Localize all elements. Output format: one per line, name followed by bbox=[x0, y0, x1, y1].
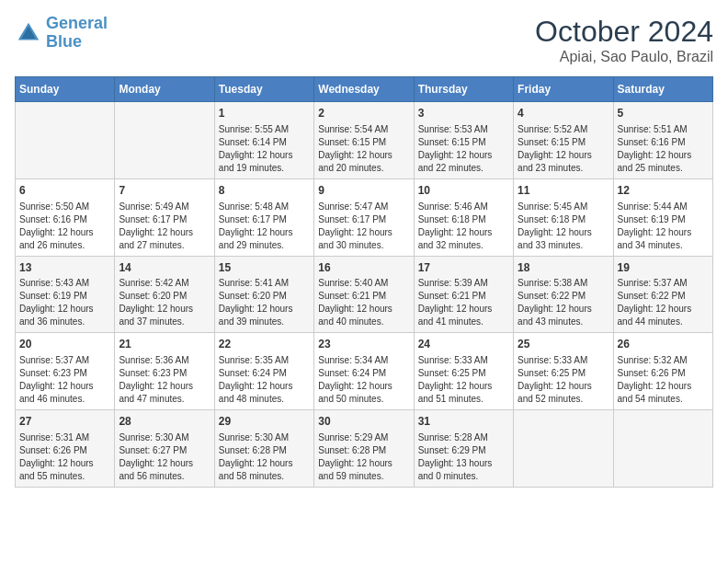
cell-content: Sunrise: 5:34 AMSunset: 6:24 PMDaylight:… bbox=[318, 354, 409, 406]
day-header-friday: Friday bbox=[514, 77, 613, 102]
title-block: October 2024 Apiai, Sao Paulo, Brazil bbox=[535, 15, 713, 65]
calendar-cell: 20Sunrise: 5:37 AMSunset: 6:23 PMDayligh… bbox=[16, 333, 115, 410]
day-header-wednesday: Wednesday bbox=[314, 77, 414, 102]
calendar-cell: 18Sunrise: 5:38 AMSunset: 6:22 PMDayligh… bbox=[514, 256, 613, 333]
calendar-cell: 6Sunrise: 5:50 AMSunset: 6:16 PMDaylight… bbox=[16, 178, 115, 256]
calendar-cell: 28Sunrise: 5:30 AMSunset: 6:27 PMDayligh… bbox=[115, 410, 214, 488]
calendar-table: SundayMondayTuesdayWednesdayThursdayFrid… bbox=[15, 76, 713, 488]
calendar-cell: 15Sunrise: 5:41 AMSunset: 6:20 PMDayligh… bbox=[214, 256, 313, 333]
location-title: Apiai, Sao Paulo, Brazil bbox=[535, 49, 713, 65]
day-number: 29 bbox=[219, 414, 310, 430]
day-number: 21 bbox=[119, 337, 210, 352]
calendar-cell: 23Sunrise: 5:34 AMSunset: 6:24 PMDayligh… bbox=[314, 333, 414, 410]
calendar-header-row: SundayMondayTuesdayWednesdayThursdayFrid… bbox=[16, 77, 713, 102]
day-number: 19 bbox=[618, 260, 709, 276]
calendar-cell: 2Sunrise: 5:54 AMSunset: 6:15 PMDaylight… bbox=[314, 102, 414, 179]
calendar-cell: 14Sunrise: 5:42 AMSunset: 6:20 PMDayligh… bbox=[115, 256, 214, 333]
calendar-cell: 25Sunrise: 5:33 AMSunset: 6:25 PMDayligh… bbox=[514, 333, 613, 410]
day-number: 30 bbox=[318, 414, 409, 430]
day-header-monday: Monday bbox=[115, 77, 214, 102]
calendar-cell: 11Sunrise: 5:45 AMSunset: 6:18 PMDayligh… bbox=[514, 178, 613, 256]
cell-content: Sunrise: 5:45 AMSunset: 6:18 PMDaylight:… bbox=[518, 201, 609, 252]
cell-content: Sunrise: 5:48 AMSunset: 6:17 PMDaylight:… bbox=[219, 201, 310, 252]
day-number: 20 bbox=[19, 337, 110, 352]
logo: General Blue bbox=[15, 15, 108, 52]
cell-content: Sunrise: 5:44 AMSunset: 6:19 PMDaylight:… bbox=[618, 201, 709, 252]
cell-content: Sunrise: 5:39 AMSunset: 6:21 PMDaylight:… bbox=[418, 277, 509, 328]
cell-content: Sunrise: 5:47 AMSunset: 6:17 PMDaylight:… bbox=[318, 201, 409, 252]
cell-content: Sunrise: 5:31 AMSunset: 6:26 PMDaylight:… bbox=[19, 431, 110, 483]
day-number: 22 bbox=[219, 337, 310, 352]
calendar-week-2: 6Sunrise: 5:50 AMSunset: 6:16 PMDaylight… bbox=[16, 178, 713, 256]
day-number: 9 bbox=[318, 183, 409, 199]
cell-content: Sunrise: 5:41 AMSunset: 6:20 PMDaylight:… bbox=[219, 277, 310, 328]
logo-text: General Blue bbox=[46, 15, 108, 52]
cell-content: Sunrise: 5:29 AMSunset: 6:28 PMDaylight:… bbox=[318, 431, 409, 483]
calendar-cell: 21Sunrise: 5:36 AMSunset: 6:23 PMDayligh… bbox=[115, 333, 214, 410]
cell-content: Sunrise: 5:37 AMSunset: 6:22 PMDaylight:… bbox=[618, 277, 709, 328]
day-number: 27 bbox=[19, 414, 110, 430]
day-number: 28 bbox=[119, 414, 210, 430]
calendar-cell bbox=[514, 410, 613, 488]
calendar-cell: 3Sunrise: 5:53 AMSunset: 6:15 PMDaylight… bbox=[414, 102, 513, 179]
cell-content: Sunrise: 5:40 AMSunset: 6:21 PMDaylight:… bbox=[318, 277, 409, 328]
month-title: October 2024 bbox=[535, 15, 713, 49]
calendar-cell: 12Sunrise: 5:44 AMSunset: 6:19 PMDayligh… bbox=[613, 178, 712, 256]
day-number: 18 bbox=[518, 260, 609, 276]
day-number: 26 bbox=[618, 337, 709, 352]
cell-content: Sunrise: 5:49 AMSunset: 6:17 PMDaylight:… bbox=[119, 201, 210, 252]
day-number: 12 bbox=[618, 183, 709, 199]
calendar-cell bbox=[613, 410, 712, 488]
day-number: 5 bbox=[618, 106, 709, 121]
day-number: 15 bbox=[219, 260, 310, 276]
page-header: General Blue October 2024 Apiai, Sao Pau… bbox=[15, 15, 713, 65]
cell-content: Sunrise: 5:33 AMSunset: 6:25 PMDaylight:… bbox=[518, 354, 609, 406]
cell-content: Sunrise: 5:46 AMSunset: 6:18 PMDaylight:… bbox=[418, 201, 509, 252]
cell-content: Sunrise: 5:43 AMSunset: 6:19 PMDaylight:… bbox=[19, 277, 110, 328]
day-number: 17 bbox=[418, 260, 509, 276]
calendar-cell: 29Sunrise: 5:30 AMSunset: 6:28 PMDayligh… bbox=[214, 410, 313, 488]
cell-content: Sunrise: 5:42 AMSunset: 6:20 PMDaylight:… bbox=[119, 277, 210, 328]
day-number: 3 bbox=[418, 106, 509, 121]
day-number: 23 bbox=[318, 337, 409, 352]
calendar-cell: 19Sunrise: 5:37 AMSunset: 6:22 PMDayligh… bbox=[613, 256, 712, 333]
cell-content: Sunrise: 5:38 AMSunset: 6:22 PMDaylight:… bbox=[518, 277, 609, 328]
cell-content: Sunrise: 5:35 AMSunset: 6:24 PMDaylight:… bbox=[219, 354, 310, 406]
day-number: 14 bbox=[119, 260, 210, 276]
calendar-cell: 7Sunrise: 5:49 AMSunset: 6:17 PMDaylight… bbox=[115, 178, 214, 256]
calendar-cell: 4Sunrise: 5:52 AMSunset: 6:15 PMDaylight… bbox=[514, 102, 613, 179]
calendar-cell: 24Sunrise: 5:33 AMSunset: 6:25 PMDayligh… bbox=[414, 333, 513, 410]
day-header-thursday: Thursday bbox=[414, 77, 513, 102]
day-number: 16 bbox=[318, 260, 409, 276]
cell-content: Sunrise: 5:30 AMSunset: 6:28 PMDaylight:… bbox=[219, 431, 310, 483]
day-number: 2 bbox=[318, 106, 409, 121]
day-header-tuesday: Tuesday bbox=[214, 77, 313, 102]
logo-icon bbox=[15, 19, 42, 47]
cell-content: Sunrise: 5:36 AMSunset: 6:23 PMDaylight:… bbox=[119, 354, 210, 406]
day-number: 4 bbox=[518, 106, 609, 121]
logo-line2: Blue bbox=[46, 32, 82, 51]
day-header-sunday: Sunday bbox=[16, 77, 115, 102]
calendar-cell: 16Sunrise: 5:40 AMSunset: 6:21 PMDayligh… bbox=[314, 256, 414, 333]
cell-content: Sunrise: 5:52 AMSunset: 6:15 PMDaylight:… bbox=[518, 123, 609, 175]
day-number: 11 bbox=[518, 183, 609, 199]
day-number: 10 bbox=[418, 183, 509, 199]
calendar-cell: 31Sunrise: 5:28 AMSunset: 6:29 PMDayligh… bbox=[414, 410, 513, 488]
calendar-week-5: 27Sunrise: 5:31 AMSunset: 6:26 PMDayligh… bbox=[16, 410, 713, 488]
cell-content: Sunrise: 5:37 AMSunset: 6:23 PMDaylight:… bbox=[19, 354, 110, 406]
calendar-week-1: 1Sunrise: 5:55 AMSunset: 6:14 PMDaylight… bbox=[16, 102, 713, 179]
day-number: 25 bbox=[518, 337, 609, 352]
calendar-cell bbox=[16, 102, 115, 179]
cell-content: Sunrise: 5:51 AMSunset: 6:16 PMDaylight:… bbox=[618, 123, 709, 175]
cell-content: Sunrise: 5:32 AMSunset: 6:26 PMDaylight:… bbox=[618, 354, 709, 406]
calendar-cell: 22Sunrise: 5:35 AMSunset: 6:24 PMDayligh… bbox=[214, 333, 313, 410]
calendar-week-4: 20Sunrise: 5:37 AMSunset: 6:23 PMDayligh… bbox=[16, 333, 713, 410]
calendar-cell: 8Sunrise: 5:48 AMSunset: 6:17 PMDaylight… bbox=[214, 178, 313, 256]
calendar-cell: 26Sunrise: 5:32 AMSunset: 6:26 PMDayligh… bbox=[613, 333, 712, 410]
calendar-cell: 17Sunrise: 5:39 AMSunset: 6:21 PMDayligh… bbox=[414, 256, 513, 333]
day-number: 8 bbox=[219, 183, 310, 199]
day-number: 24 bbox=[418, 337, 509, 352]
cell-content: Sunrise: 5:55 AMSunset: 6:14 PMDaylight:… bbox=[219, 123, 310, 175]
cell-content: Sunrise: 5:53 AMSunset: 6:15 PMDaylight:… bbox=[418, 123, 509, 175]
cell-content: Sunrise: 5:33 AMSunset: 6:25 PMDaylight:… bbox=[418, 354, 509, 406]
